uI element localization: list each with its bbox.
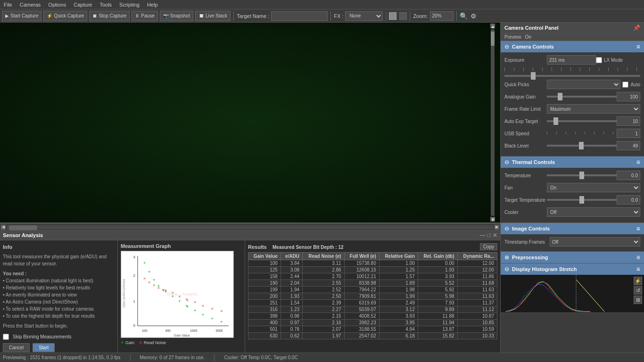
image-controls-header[interactable]: ⊖ Image Controls ≡: [501, 223, 644, 234]
image-controls-menu-icon[interactable]: ≡: [636, 225, 640, 232]
scrollbar-h-thumb[interactable]: [9, 225, 37, 230]
target-temperature-slider[interactable]: [547, 199, 617, 201]
col-full-well: Full Well (e): [344, 253, 379, 260]
panel-header-controls: — □ ✕: [480, 232, 497, 239]
exposure-ticks: [504, 67, 640, 71]
results-header: Results Measured Sensor Bit Depth : 12 C…: [248, 243, 497, 250]
preprocessing-header[interactable]: ⊕ Preprocessing ≡: [501, 252, 644, 263]
skip-binning-checkbox[interactable]: [3, 334, 9, 340]
panel-minimize-button[interactable]: —: [480, 232, 486, 239]
panel-close-button[interactable]: ✕: [493, 232, 497, 239]
stop-capture-button[interactable]: ⏹ Stop Capture: [89, 11, 130, 21]
panel-pin-icon[interactable]: 📌: [633, 25, 640, 31]
exposure-input[interactable]: [547, 55, 596, 65]
quick-picks-select[interactable]: [547, 80, 620, 89]
copy-button[interactable]: Copy: [480, 243, 497, 250]
camera-controls-menu-icon[interactable]: ≡: [636, 43, 640, 50]
scrollbar-left-icon[interactable]: ◀: [1, 225, 6, 230]
menu-tools[interactable]: Tools: [96, 1, 116, 8]
histogram-stretch-header[interactable]: ⊖ Display Histogram Stretch ≡: [501, 263, 644, 275]
target-temperature-value[interactable]: [617, 195, 640, 205]
auto-exp-target-value[interactable]: [617, 116, 640, 126]
scrollbar-right-icon[interactable]: ▶: [495, 225, 499, 230]
read-noise-legend-label: Read Noise: [144, 340, 166, 345]
snapshot-button[interactable]: 📷 Snapshot: [160, 11, 193, 21]
temperature-slider[interactable]: [547, 174, 617, 176]
cooler-status: Cooler: Off Temp 0.0C, Target 0.0C: [224, 355, 297, 360]
fan-row: Fan On Off: [504, 183, 640, 192]
thermal-controls-menu-icon[interactable]: ≡: [636, 158, 640, 166]
read-noise-legend-icon: ×: [139, 339, 142, 346]
panel-maximize-button[interactable]: □: [487, 232, 491, 239]
histogram-reset-button[interactable]: ↺: [634, 286, 642, 295]
measurement-graph-section: Measurement Graph 3 2 1 0: [118, 240, 245, 362]
right-panel: Camera Control Panel 📌 Preview On ⊖ Came…: [500, 23, 644, 362]
menubar: File Cameras Options Capture Tools Scrip…: [0, 0, 644, 9]
analogue-gain-label: Analogue Gain: [504, 94, 547, 99]
histogram-stretch-header-left: ⊖ Display Histogram Stretch: [504, 266, 577, 272]
target-temperature-slider-container: [547, 199, 617, 201]
zoom-fit-icon[interactable]: 🔍: [460, 12, 468, 20]
horizontal-scrollbar[interactable]: ◀ ▶: [0, 223, 500, 230]
pause-button[interactable]: ⏸ Pause: [132, 11, 157, 21]
legend-gain: + Gain: [121, 339, 134, 346]
preview-value: On: [525, 34, 531, 40]
menu-help[interactable]: Help: [143, 1, 162, 8]
auto-exp-target-slider-container: [547, 120, 617, 122]
sensor-analysis-title: Sensor Analysis: [3, 232, 43, 238]
cooler-select[interactable]: Off On: [547, 207, 640, 217]
analogue-gain-value[interactable]: [617, 92, 640, 101]
target-name-input[interactable]: [271, 11, 328, 21]
cancel-button[interactable]: Cancel: [3, 343, 30, 352]
exposure-slider[interactable]: [504, 75, 640, 77]
black-level-slider[interactable]: [547, 145, 617, 147]
results-table-container[interactable]: Gain Value e/ADU Read Noise (e) Full Wel…: [248, 252, 497, 359]
menu-cameras[interactable]: Cameras: [16, 1, 45, 8]
view-mode-icon[interactable]: [389, 12, 396, 20]
analogue-gain-slider[interactable]: [547, 96, 617, 98]
menu-scripting[interactable]: Scripting: [116, 1, 143, 8]
frame-rate-limit-label: Frame Rate Limit: [504, 107, 547, 112]
histogram-stretch-menu-icon[interactable]: ≡: [636, 265, 640, 273]
fx-select[interactable]: None: [345, 11, 383, 21]
start-button[interactable]: Start: [33, 343, 55, 352]
thermal-controls-header[interactable]: ⊖ Thermal Controls ≡: [501, 156, 644, 168]
frame-rate-limit-select[interactable]: Maximum: [547, 104, 640, 114]
live-stack-button[interactable]: 🔲 Live Stack: [195, 11, 231, 21]
scrollbar-up-icon[interactable]: ▲: [490, 24, 495, 28]
skip-binning-row: Skip Binning Measurements: [3, 333, 115, 340]
menu-options[interactable]: Options: [44, 1, 70, 8]
lx-mode-checkbox[interactable]: [596, 57, 602, 63]
scrollbar-down-icon[interactable]: ▼: [490, 217, 495, 222]
sensor-analysis-content: Info This tool measures the physical gai…: [0, 240, 500, 362]
temperature-row: Temperature: [504, 171, 640, 180]
scrollbar-v-thumb[interactable]: [491, 32, 495, 46]
histogram-buttons: ⚡ ↺ ⊞: [634, 277, 642, 304]
svg-text:+: +: [153, 277, 156, 282]
fan-select[interactable]: On Off: [547, 183, 640, 192]
stop-capture-icon: ⏹: [92, 13, 97, 18]
info-description: This tool measures the physical gain (e/…: [3, 253, 115, 267]
camera-controls-header[interactable]: ⊖ Camera Controls ≡: [501, 41, 644, 52]
auto-exp-target-slider[interactable]: [547, 120, 617, 122]
view-mode2-icon[interactable]: [399, 12, 407, 20]
sensor-info-section: Info This tool measures the physical gai…: [0, 240, 118, 362]
exposure-slider-row: [504, 67, 640, 80]
menu-file[interactable]: File: [0, 1, 16, 8]
svg-text:3000: 3000: [215, 329, 223, 332]
histogram-expand-button[interactable]: ⊞: [634, 296, 642, 304]
timestamp-frames-select[interactable]: Off On: [550, 237, 640, 247]
usb-speed-value[interactable]: [617, 129, 640, 138]
auto-exp-target-label: Auto Exp Target: [504, 119, 547, 124]
preprocessing-menu-icon[interactable]: ≡: [636, 254, 640, 261]
quick-capture-button[interactable]: ⚡ Quick Capture: [43, 11, 87, 21]
temperature-value[interactable]: [617, 171, 640, 180]
histogram-lightning-button[interactable]: ⚡: [634, 277, 642, 285]
memory-status: Memory: 0 of 27 frames in use.: [140, 355, 205, 360]
zoom-input[interactable]: [430, 11, 454, 21]
black-level-value[interactable]: [617, 141, 640, 150]
auto-checkbox[interactable]: [622, 82, 628, 88]
zoom-options-icon[interactable]: ⚙: [471, 12, 477, 20]
menu-capture[interactable]: Capture: [70, 1, 96, 8]
start-capture-button[interactable]: ▶ Start Capture: [2, 11, 41, 21]
